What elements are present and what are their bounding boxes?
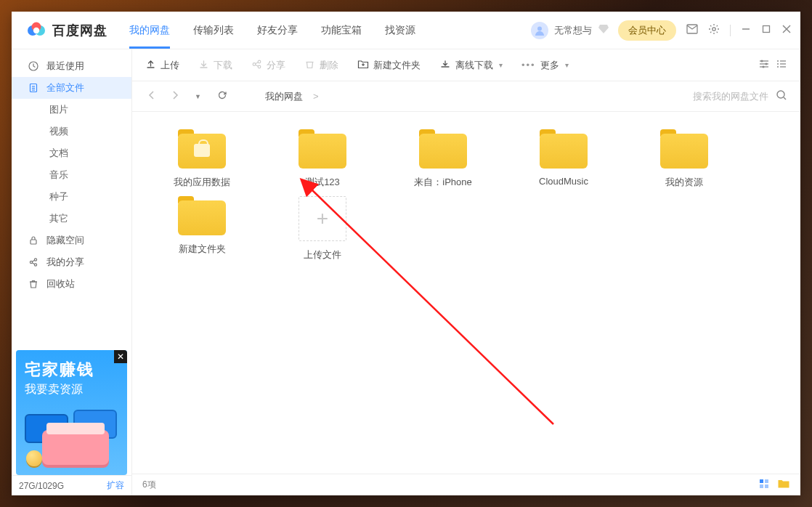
more-icon: •••: [521, 60, 536, 70]
expand-storage-button[interactable]: 扩容: [107, 479, 124, 492]
sidebar-list: 最近使用 全部文件 图片 视频 文档 音乐 种子 其它 隐藏空间 我的: [12, 49, 131, 346]
file-label: 我的应用数据: [174, 176, 230, 189]
tab-transfer[interactable]: 传输列表: [193, 12, 234, 49]
new-folder-button[interactable]: 新建文件夹: [357, 59, 421, 72]
window-controls: [686, 23, 792, 37]
folder-icon: [540, 129, 588, 169]
promo-line2: 我要卖资源: [25, 382, 118, 397]
svg-line-26: [256, 62, 259, 63]
sidebar-item-videos[interactable]: 视频: [12, 121, 131, 142]
view-list-icon[interactable]: [776, 58, 787, 72]
folder-item[interactable]: 我的资源: [628, 129, 741, 189]
lock-icon: [28, 235, 39, 246]
sidebar-item-trash[interactable]: 回收站: [12, 273, 131, 295]
folder-icon: [419, 129, 467, 169]
cloud-download-icon: [439, 59, 451, 72]
search-icon[interactable]: [776, 89, 787, 103]
sidebar-item-docs[interactable]: 文档: [12, 142, 131, 164]
folder-item[interactable]: 我的应用数据: [145, 129, 259, 189]
more-button[interactable]: ••• 更多 ▾: [521, 59, 569, 72]
file-label: 新建文件夹: [179, 243, 226, 256]
view-toggles: [758, 58, 787, 72]
titlebar: 百度网盘 我的网盘 传输列表 好友分享 功能宝箱 找资源 无常想与 会员中心: [12, 12, 800, 49]
chevron-down-icon: ▾: [565, 61, 569, 69]
svg-point-39: [777, 63, 779, 65]
upload-icon: [145, 59, 156, 72]
trash-icon: [28, 279, 39, 289]
status-bar: 6项: [132, 474, 800, 495]
app-folder-icon: [178, 129, 226, 169]
member-center-button[interactable]: 会员中心: [618, 20, 676, 41]
nav-back-button[interactable]: [145, 89, 158, 104]
upload-button[interactable]: 上传: [145, 59, 179, 72]
svg-point-35: [766, 63, 768, 65]
breadcrumb-row: ▼ 我的网盘 >: [132, 81, 800, 112]
sidebar-item-all-files[interactable]: 全部文件: [12, 77, 131, 99]
file-label: 来自：iPhone: [414, 176, 471, 189]
refresh-button[interactable]: [214, 89, 230, 104]
svg-line-20: [32, 260, 34, 261]
gear-icon[interactable]: [708, 23, 720, 37]
breadcrumb-root[interactable]: 我的网盘: [265, 90, 303, 103]
view-folder-icon[interactable]: [777, 478, 790, 492]
nav-dropdown-button[interactable]: ▼: [192, 92, 204, 102]
share-button[interactable]: 分享: [251, 59, 285, 72]
folder-item[interactable]: 新建文件夹: [145, 196, 259, 261]
upload-tile[interactable]: + 上传文件: [266, 196, 379, 261]
tab-friend-share[interactable]: 好友分享: [257, 12, 298, 49]
nav-forward-button[interactable]: [169, 89, 182, 104]
sidebar-label: 最近使用: [46, 60, 84, 73]
download-button[interactable]: 下载: [198, 59, 232, 72]
view-grid-icon[interactable]: [758, 478, 770, 492]
svg-point-17: [30, 261, 32, 263]
promo-banner[interactable]: ✕ 宅家赚钱 我要卖资源: [16, 350, 127, 475]
user-area[interactable]: 无常想与: [531, 22, 609, 39]
search-input[interactable]: [659, 91, 768, 102]
item-count: 6项: [142, 479, 156, 491]
file-label: 我的资源: [665, 176, 703, 189]
svg-rect-48: [760, 484, 763, 488]
delete-button[interactable]: 删除: [304, 59, 338, 72]
tab-my-drive[interactable]: 我的网盘: [129, 12, 170, 49]
sidebar-item-music[interactable]: 音乐: [12, 164, 131, 186]
maximize-button[interactable]: [761, 24, 771, 36]
svg-point-18: [34, 259, 36, 261]
sidebar-item-other[interactable]: 其它: [12, 208, 131, 230]
avatar: [531, 22, 548, 39]
sidebar-item-images[interactable]: 图片: [12, 99, 131, 121]
sidebar-label: 全部文件: [46, 81, 84, 94]
folder-item[interactable]: 来自：iPhone: [386, 129, 500, 189]
offline-download-button[interactable]: 离线下载 ▾: [439, 59, 503, 72]
svg-point-41: [777, 66, 779, 68]
file-grid: 我的应用数据 测试123 来自：iPhone CloudMusic 我的资源: [132, 112, 800, 474]
clock-icon: [28, 61, 39, 71]
sidebar-item-hidden[interactable]: 隐藏空间: [12, 230, 131, 251]
tab-find-resources[interactable]: 找资源: [385, 12, 415, 49]
app-logo: 百度网盘: [26, 21, 107, 40]
tab-toolbox[interactable]: 功能宝箱: [321, 12, 362, 49]
sidebar-item-recent[interactable]: 最近使用: [12, 55, 131, 77]
minimize-button[interactable]: [741, 24, 751, 36]
svg-point-24: [258, 60, 261, 63]
share-icon: [28, 257, 39, 267]
toolbar: 上传 下载 分享 删除 新建文件夹: [132, 49, 800, 81]
close-button[interactable]: [781, 24, 792, 36]
sidebar-item-my-shares[interactable]: 我的分享: [12, 251, 131, 273]
app-window: 百度网盘 我的网盘 传输列表 好友分享 功能宝箱 找资源 无常想与 会员中心: [12, 12, 800, 495]
breadcrumb-sep: >: [313, 91, 319, 102]
doc-icon: [28, 83, 39, 93]
promo-close-button[interactable]: ✕: [114, 350, 127, 363]
mail-icon[interactable]: [686, 24, 698, 36]
folder-item[interactable]: 测试123: [266, 129, 379, 189]
promo-art: [22, 410, 121, 469]
new-folder-icon: [357, 59, 369, 72]
download-icon: [198, 59, 209, 72]
storage-bar: 27G/1029G 扩容: [12, 475, 131, 495]
plus-icon: +: [299, 196, 346, 241]
sidebar-label: 我的分享: [46, 256, 84, 269]
view-equalizer-icon[interactable]: [758, 58, 770, 72]
sidebar-item-torrents[interactable]: 种子: [12, 186, 131, 208]
main-panel: 上传 下载 分享 删除 新建文件夹: [132, 49, 800, 495]
svg-point-34: [761, 60, 763, 62]
folder-item[interactable]: CloudMusic: [507, 129, 620, 189]
